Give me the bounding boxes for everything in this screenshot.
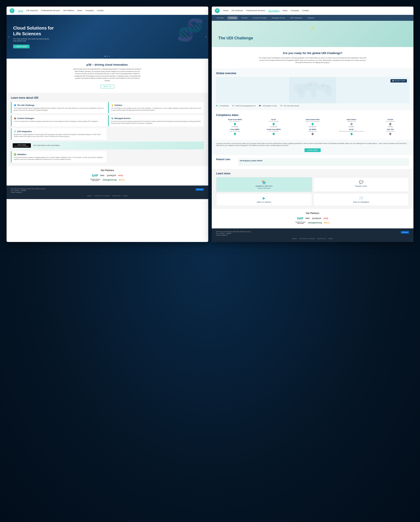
hero-dot-2[interactable] [107,56,108,56]
svg-point-16 [330,85,331,86]
about-us-button[interactable]: ABOUT US [101,85,114,88]
hero-next-arrow[interactable]: › [206,35,206,39]
legend-udi-track: + UDI database on track [259,105,277,107]
right-footer-link-newsletter[interactable]: NEWSLETTER [317,238,326,239]
sap-store-label: Available on SAP StoreVisit us in SAP St… [255,185,273,189]
footer-link-newsletter[interactable]: NEWSLETTER [112,195,121,196]
udi-card-solution: 💡 Solution → The UDI Platform is the str… [108,102,204,113]
webinars-icon: ▶ [263,196,265,200]
tab-managed-service[interactable]: Managed Service [270,16,287,19]
svg-point-15 [327,86,328,87]
whitepapers-icon: 📄 [359,196,363,200]
right-footer-link-privacy[interactable]: DATA PRIVACY STATEMENT [299,238,315,239]
right-nav-company[interactable]: Company [290,9,299,12]
nav-link-home[interactable]: Home [18,9,23,12]
right-footer-top: p36 GmbH | Huf Weisbach | 36251 Bad Hers… [216,231,409,236]
request-demo-button[interactable]: 💬 REQUEST DEMO [390,79,407,83]
left-partners-title: Our Partners [11,169,204,171]
udi-card-sap-body: Benefit from a native integration into y… [14,133,104,137]
hero-cta-button[interactable]: LEARN MORE [13,45,30,48]
nav-link-contact[interactable]: Contact [97,9,104,12]
right-footer-info: p36 GmbH | Huf Weisbach | 36251 Bad Hers… [216,231,251,236]
udi-card-content-body: Cover the requirements of different regu… [14,120,104,122]
request-demo-icon: 💬 [359,180,363,184]
svg-point-9 [310,84,311,85]
tab-challenge[interactable]: Challenge [227,16,238,19]
compliance-region-9: AUS TGA [371,129,409,130]
whitepapers-label: Read our whitepapers [353,201,369,203]
hero-dot-1[interactable] [105,56,106,56]
learn-card-sap-store[interactable]: 🏪 Available on SAP StoreVisit us in SAP … [216,177,312,192]
nav-link-news[interactable]: News [77,9,83,12]
challenge-content-section: Are you ready for the global UDI Challen… [212,47,413,68]
compliance-date-0: 1st Jan 2021 [216,126,254,127]
partner-atrify: atrify [118,174,123,177]
sap-cert-subtitle: Built on SAP Cloud Platform [15,146,29,147]
right-footer-link-imprint[interactable]: IMPRINT [292,238,297,239]
right-partner-sap: SAP [297,217,303,220]
compliance-region-3: India CDSCO [333,119,370,120]
tab-content-packages[interactable]: Content Packages [251,16,268,19]
related-link-item[interactable]: UDI Regulatory Update 05/2020 → [238,158,409,166]
windows-container: P Home Life Sciences Professional Servic… [7,7,413,242]
related-links-section: Related Links UDI Regulatory Update 05/2… [212,155,413,169]
udi-card-challenge: 🔷 The UDI Challenge → The European Medic… [11,102,107,113]
challenge-content-body: The Unique Device Identification (UDI) s… [258,57,367,64]
left-footer-info: p36 GmbH | Huf Weisbach | 36251 Bad Hers… [11,188,46,193]
tab-overview[interactable]: Overview [215,16,225,19]
nav-link-udi[interactable]: UDI Platform [63,9,74,12]
tab-sap-integration[interactable]: SAP Integration [289,16,304,19]
right-nav-professional[interactable]: Professional Services [246,9,265,12]
svg-point-12 [320,85,321,85]
udi-card-validation: ✅ Validation → Cloud-based Solutions req… [11,151,107,162]
right-nav-home[interactable]: Home [223,9,228,12]
about-title: p36 – driving cloud innovation. [13,63,202,66]
left-footer-company: p36 GmbH | Huf Weisbach | 36251 Bad Hers… [11,188,46,190]
compliance-learn-more-button[interactable]: LEARN MORE [305,148,321,152]
footer-link-imprint[interactable]: IMPRINT [87,195,92,196]
global-title: Global overview [216,72,409,75]
learn-card-request-demo[interactable]: 💬 Request a demo [313,177,409,192]
compliance-body-text: In case you are active in more than one … [216,142,409,147]
right-footer-company: p36 GmbH | Huf Weisbach | 36251 Bad Hers… [216,231,251,232]
udi-section-title: Learn more about UDI [11,96,204,99]
learn-card-webinars[interactable]: ▶ Watch our webinars [216,193,312,206]
compliance-eu-ec: EU EC Class III applicable 1st July 2021 [255,119,293,127]
challenge-icon: 🔷 [14,104,16,106]
learn-card-whitepapers[interactable]: 📄 Read our whitepapers [313,193,409,206]
compliance-pin-8 [350,132,353,135]
sap-store-icon: 🏪 [262,180,266,184]
udi-cards-grid: 🔷 The UDI Challenge → The European Medic… [11,102,204,162]
right-nav-contact[interactable]: Contact [302,9,309,12]
right-footer-badge-sap: SAP Partner [401,231,409,234]
compliance-region-7: UK MHRA [294,129,331,130]
tab-solution[interactable]: Solution [240,16,249,19]
tab-validation[interactable]: Validation [306,16,316,19]
partner-dhc: DHC [100,174,105,177]
compliance-pin-2 [311,122,314,125]
left-partners-section: Our Partners SAP DHC QUNIQUE atrify Solu… [7,166,208,185]
hero-prev-arrow[interactable]: ‹ [8,35,9,39]
right-footer-link-career[interactable]: CAREER [328,238,333,239]
udi-card-sap: 🔗 SAP Integration → Benefit from a nativ… [11,128,107,139]
right-nav-life[interactable]: Life Sciences [231,9,243,12]
left-nav-links: Home Life Sciences Professional Services… [18,9,104,12]
hero-dot-3[interactable] [109,56,110,56]
compliance-region-1: EU EC [255,119,293,120]
challenge-content-heading: Are you ready for the global UDI Challen… [218,51,407,55]
footer-link-privacy[interactable]: DATA PRIVACY STATEMENT [94,195,110,196]
nav-link-life-sciences[interactable]: Life Sciences [26,9,38,12]
footer-link-career[interactable]: CAREER [123,195,128,196]
right-nav-udi[interactable]: UDI Platform [268,9,280,12]
left-nav-logo: P [10,8,15,13]
right-partners-logos-row2: Solution Partnerp36 GmbH chemgineering ⊕… [216,221,409,224]
right-nav-news[interactable]: News [283,9,288,12]
compliance-region-6: South Korea MFDS [255,129,293,130]
udi-card-managed-title: ⚙️ Managed Service → [111,117,202,119]
nav-link-professional[interactable]: Professional Services [41,9,60,12]
left-footer: p36 GmbH | Huf Weisbach | 36251 Bad Hers… [7,185,208,199]
nav-link-company[interactable]: Company [85,9,94,12]
left-footer-email: E-Mail: info@p36.io [11,192,46,193]
legend-dot-gray [280,105,282,106]
compliance-uk: UK MHRA Application date [294,129,331,136]
